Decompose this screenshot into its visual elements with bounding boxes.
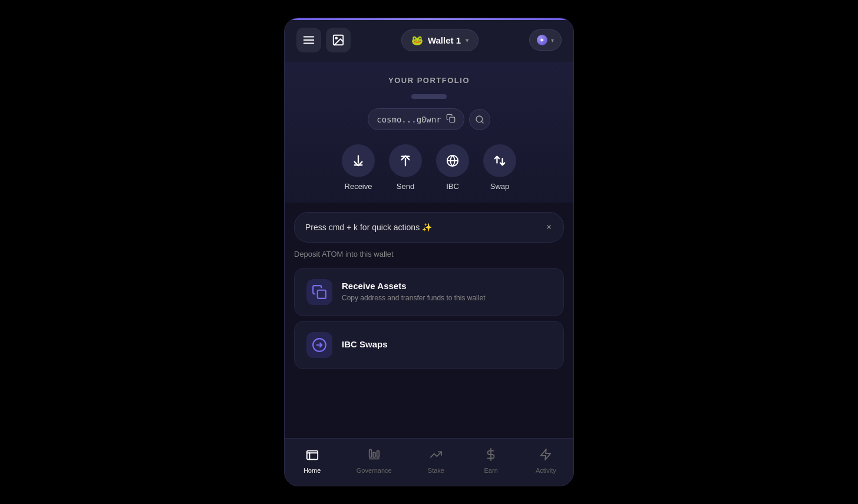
stake-label: Stake xyxy=(428,467,444,474)
svg-rect-12 xyxy=(306,451,317,460)
header-left xyxy=(296,28,351,52)
nav-earn[interactable]: Earn xyxy=(473,446,509,476)
address-box[interactable]: cosmo...g0wnr xyxy=(368,108,464,130)
receive-assets-text: Receive Assets Copy address and transfer… xyxy=(342,281,552,303)
header: 🐸 Wallet 1 ▾ ✦ ▾ xyxy=(285,18,573,62)
svg-rect-13 xyxy=(369,450,372,457)
network-selector[interactable]: ✦ ▾ xyxy=(529,29,562,51)
close-banner-button[interactable]: × xyxy=(545,221,553,234)
send-label: Send xyxy=(397,182,414,191)
deposit-hint: Deposit ATOM into this wallet xyxy=(285,247,573,266)
image-button[interactable] xyxy=(326,28,351,52)
address-row: cosmo...g0wnr xyxy=(368,108,490,130)
send-button[interactable]: Send xyxy=(389,144,422,191)
wallet-selector[interactable]: 🐸 Wallet 1 ▾ xyxy=(401,29,478,51)
nav-stake[interactable]: Stake xyxy=(418,446,454,476)
portfolio-balance-bar xyxy=(411,94,447,99)
main-content: Press cmd + k for quick actions ✨ × Depo… xyxy=(285,203,573,438)
network-icon: ✦ xyxy=(537,35,547,45)
governance-label: Governance xyxy=(357,467,392,474)
swap-button[interactable]: Swap xyxy=(483,144,516,191)
quick-action-text: Press cmd + k for quick actions ✨ xyxy=(305,223,432,232)
svg-rect-10 xyxy=(318,290,326,299)
home-label: Home xyxy=(303,467,321,474)
receive-assets-icon xyxy=(306,279,332,305)
phone-container: 🐸 Wallet 1 ▾ ✦ ▾ YOUR PORTFOLIO cosmo...… xyxy=(284,18,574,486)
quick-action-banner: Press cmd + k for quick actions ✨ × xyxy=(294,212,564,243)
earn-label: Earn xyxy=(484,467,498,474)
ibc-icon-circle xyxy=(436,144,469,177)
receive-button[interactable]: Receive xyxy=(342,144,375,191)
receive-assets-title: Receive Assets xyxy=(342,281,552,291)
svg-rect-14 xyxy=(373,452,375,457)
ibc-swaps-card[interactable]: IBC Swaps xyxy=(294,321,564,369)
ibc-swaps-title: IBC Swaps xyxy=(342,339,552,349)
receive-label: Receive xyxy=(345,182,372,191)
activity-label: Activity xyxy=(536,467,556,474)
receive-assets-subtitle: Copy address and transfer funds to this … xyxy=(342,293,552,303)
swap-label: Swap xyxy=(490,182,510,191)
nav-activity[interactable]: Activity xyxy=(528,446,563,476)
home-icon xyxy=(306,448,319,465)
copy-address-icon xyxy=(446,114,456,125)
activity-icon xyxy=(539,448,552,465)
send-icon-circle xyxy=(389,144,422,177)
stake-icon xyxy=(430,448,443,465)
portfolio-title: YOUR PORTFOLIO xyxy=(388,76,470,85)
address-text: cosmo...g0wnr xyxy=(377,115,441,124)
svg-marker-18 xyxy=(541,449,551,460)
ibc-swaps-text: IBC Swaps xyxy=(342,339,552,352)
governance-icon xyxy=(368,448,381,465)
action-buttons: Receive Send xyxy=(342,144,516,191)
network-dropdown-arrow: ▾ xyxy=(551,37,554,44)
nav-home[interactable]: Home xyxy=(295,446,330,476)
wallet-name: Wallet 1 xyxy=(428,35,461,45)
ibc-label: IBC xyxy=(446,182,459,191)
ibc-swaps-icon xyxy=(306,332,332,358)
wallet-emoji: 🐸 xyxy=(411,35,423,46)
svg-point-4 xyxy=(335,37,337,39)
wallet-dropdown-arrow: ▾ xyxy=(466,37,468,44)
receive-assets-card[interactable]: Receive Assets Copy address and transfer… xyxy=(294,268,564,316)
menu-button[interactable] xyxy=(296,28,321,52)
svg-rect-15 xyxy=(377,451,379,457)
bottom-nav: Home Governance Stake xyxy=(285,438,573,486)
nav-governance[interactable]: Governance xyxy=(349,446,399,476)
earn-icon xyxy=(484,448,497,465)
swap-icon-circle xyxy=(483,144,516,177)
search-button[interactable] xyxy=(469,109,490,130)
ibc-button[interactable]: IBC xyxy=(436,144,469,191)
svg-line-7 xyxy=(481,121,483,123)
svg-rect-5 xyxy=(450,117,455,122)
portfolio-section: YOUR PORTFOLIO cosmo...g0wnr xyxy=(285,62,573,203)
receive-icon-circle xyxy=(342,144,375,177)
